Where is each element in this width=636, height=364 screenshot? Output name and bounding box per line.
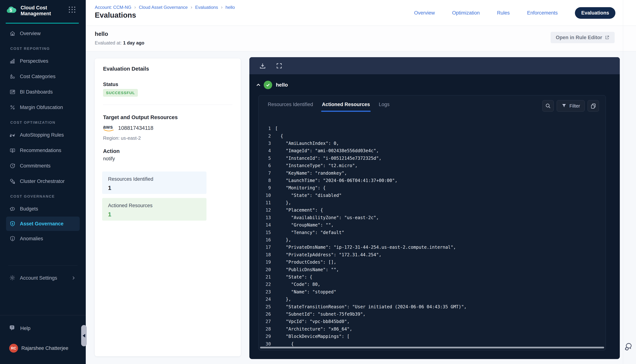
sidebar-item-cluster-orchestrator[interactable]: Cluster Orchestrator xyxy=(0,174,86,189)
code-line: 24 }, xyxy=(258,296,606,303)
fullscreen-icon[interactable] xyxy=(275,62,283,70)
status-badge: SUCCESSFUL xyxy=(103,89,138,97)
line-number: 10 xyxy=(258,193,271,198)
line-number: 9 xyxy=(258,185,271,190)
sidebar-item-anomalies[interactable]: Anomalies xyxy=(0,231,86,246)
sidebar-item-cost-categories[interactable]: Cost Categories xyxy=(0,69,86,84)
sidebar-item-autostopping-rules[interactable]: AutoStopping Rules xyxy=(0,127,86,143)
budgets-icon: $ xyxy=(9,206,16,212)
filter-button[interactable]: Filter xyxy=(557,100,585,112)
code-line: 11 }, xyxy=(258,199,606,206)
sidebar-item-perspectives[interactable]: Perspectives xyxy=(0,53,86,69)
sidebar: $ Cloud Cost Management OverviewCOST REP… xyxy=(0,0,86,364)
code-text: "PrivateIpAddress": "172.31.44.254", xyxy=(275,252,382,257)
open-in-rule-editor-button[interactable]: Open in Rule Editor xyxy=(551,32,615,43)
sidebar-item-label: Overview xyxy=(20,31,41,36)
code-text: "Placement": { xyxy=(275,208,323,213)
code-line: 25 "StateTransitionReason": "User initia… xyxy=(258,303,606,310)
code-text: "Tenancy": "default" xyxy=(275,230,344,235)
line-number: 5 xyxy=(258,156,271,161)
line-number: 24 xyxy=(258,297,271,302)
sidebar-footer-divider xyxy=(0,315,86,315)
chat-support-icon[interactable] xyxy=(624,342,634,351)
sidebar-nav: OverviewCOST REPORTINGPerspectivesCost C… xyxy=(0,26,86,246)
code-text: "PublicDnsName": "", xyxy=(275,267,339,272)
actioned-resources-stat: Actioned Resources 1 xyxy=(102,198,206,220)
code-text: "GroupName": "", xyxy=(275,222,334,228)
evaluation-output-panel: hello Resources IdentifiedActioned Resou… xyxy=(249,57,620,359)
code-text: "InstanceId": "i-00512145e7372325d", xyxy=(275,156,382,161)
code-text: "BlockDeviceMappings": [ xyxy=(275,334,350,339)
search-button[interactable] xyxy=(542,100,554,112)
sidebar-item-help[interactable]: ? Help xyxy=(0,321,86,336)
stat-value: 1 xyxy=(108,211,201,218)
cloud-cost-management-logo-icon: $ xyxy=(6,6,18,14)
sidebar-item-commitments[interactable]: Commitments xyxy=(0,158,86,174)
module-nav-link-rules[interactable]: Rules xyxy=(497,10,510,16)
evaluated-at-label: Evaluated at: xyxy=(95,40,122,46)
line-number: 4 xyxy=(258,148,271,153)
module-nav-link-enforcements[interactable]: Enforcements xyxy=(527,10,558,16)
breadcrumb-link[interactable]: Evaluations xyxy=(195,5,218,10)
breadcrumb-separator-icon: › xyxy=(221,4,223,10)
sidebar-item-overview[interactable]: Overview xyxy=(0,26,86,41)
horizontal-scrollbar[interactable] xyxy=(260,347,604,348)
breadcrumb-link[interactable]: hello xyxy=(225,5,235,10)
tab-resources-identified[interactable]: Resources Identified xyxy=(268,102,313,112)
tab-actioned-resources[interactable]: Actioned Resources xyxy=(322,102,370,112)
code-line: 27 "VpcId": "vpc-bb845bd0", xyxy=(258,318,606,325)
open-in-rule-editor-label: Open in Rule Editor xyxy=(556,35,602,40)
code-text: "Monitoring": { xyxy=(275,185,326,190)
sidebar-item-bi-dashboards[interactable]: BI Dashboards xyxy=(0,84,86,100)
line-number: 13 xyxy=(258,215,271,220)
line-number: 6 xyxy=(258,163,271,168)
aws-logo-icon: aws xyxy=(103,124,114,132)
module-grid-icon[interactable] xyxy=(69,6,76,13)
code-line: 15 "Tenancy": "default" xyxy=(258,229,606,236)
sidebar-item-label: BI Dashboards xyxy=(20,89,53,95)
code-text: "ImageId": "ami-002438e556dd03e4c", xyxy=(275,148,379,153)
sidebar-section-label: COST GOVERNANCE xyxy=(0,189,86,201)
rule-result-row: hello xyxy=(249,80,288,90)
line-number: 7 xyxy=(258,170,271,176)
viewer-tabs: Resources IdentifiedActioned ResourcesLo… xyxy=(268,102,390,112)
user-menu[interactable]: RC Rajarshee Chatterjee xyxy=(0,340,86,356)
svg-text:$: $ xyxy=(12,222,13,225)
code-text: [ xyxy=(275,126,278,131)
evaluation-details-card: Evaluation Details Status SUCCESSFUL Tar… xyxy=(95,58,241,356)
perspectives-icon xyxy=(9,58,16,64)
line-number: 18 xyxy=(258,252,271,257)
sidebar-item-asset-governance[interactable]: $Asset Governance xyxy=(6,216,80,231)
code-line: 1[ xyxy=(258,125,606,132)
sidebar-item-budgets[interactable]: $Budgets xyxy=(0,201,86,216)
action-label: Action xyxy=(103,148,120,154)
code-text: }, xyxy=(275,297,291,302)
module-nav-link-evaluations-active[interactable]: Evaluations xyxy=(575,7,615,19)
copy-button[interactable] xyxy=(588,100,599,112)
module-nav-link-overview[interactable]: Overview xyxy=(414,10,435,16)
evaluated-at: Evaluated at:1 day ago xyxy=(95,40,144,46)
tab-logs[interactable]: Logs xyxy=(379,102,390,112)
panel-toolbar xyxy=(249,57,620,74)
code-line: 16 }, xyxy=(258,236,606,244)
module-nav-link-optimization[interactable]: Optimization xyxy=(452,10,480,16)
code-text: "AvailabilityZone": "us-east-2c", xyxy=(275,215,379,220)
sidebar-item-margin-obfuscation[interactable]: Margin Obfuscation xyxy=(0,100,86,115)
filter-icon xyxy=(561,103,567,109)
sidebar-item-account-settings[interactable]: Account Settings xyxy=(0,270,86,286)
code-text: "AmiLaunchIndex": 0, xyxy=(275,141,339,146)
chevron-up-icon[interactable] xyxy=(255,82,261,88)
line-number: 25 xyxy=(258,304,271,310)
breadcrumb-link[interactable]: Account: CCM-NG xyxy=(95,5,131,10)
svg-text:$: $ xyxy=(10,7,12,13)
bi-dashboards-icon xyxy=(9,88,16,95)
code-line: 6 "InstanceType": "t2.micro", xyxy=(258,162,606,169)
download-icon[interactable] xyxy=(259,62,266,70)
sidebar-item-recommendations[interactable]: Recommendations xyxy=(0,143,86,158)
line-number: 23 xyxy=(258,289,271,294)
sidebar-collapse-handle[interactable] xyxy=(81,325,87,346)
breadcrumb-link[interactable]: Cloud Asset Governance xyxy=(139,5,188,10)
stat-label: Actioned Resources xyxy=(108,203,201,208)
code-text: "PrivateDnsName": "ip-172-31-44-254.us-e… xyxy=(275,245,456,250)
asset-governance-icon: $ xyxy=(9,220,16,227)
